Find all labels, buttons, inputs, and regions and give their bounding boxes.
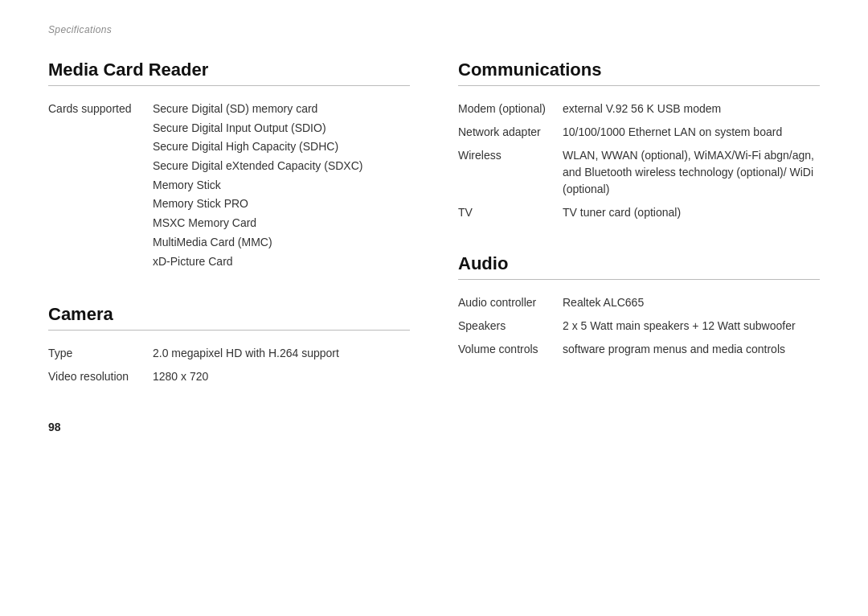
list-item: Secure Digital (SD) memory card [153, 101, 410, 118]
table-row: Network adapter 10/100/1000 Ethernet LAN… [458, 121, 820, 144]
table-row: Cards supported Secure Digital (SD) memo… [48, 97, 410, 275]
page-number: 98 [48, 421, 410, 433]
list-item: xD-Picture Card [153, 253, 410, 271]
table-row: Wireless WLAN, WWAN (optional), WiMAX/Wi… [458, 144, 820, 201]
volume-controls-value: software program menus and media control… [563, 338, 820, 361]
list-item: MultiMedia Card (MMC) [153, 234, 410, 252]
camera-table: Type 2.0 megapixel HD with H.264 support… [48, 342, 410, 388]
list-item: Secure Digital eXtended Capacity (SDXC) [153, 158, 410, 175]
media-card-reader-section: Media Card Reader Cards supported Secure… [48, 60, 410, 275]
cards-supported-values: Secure Digital (SD) memory card Secure D… [153, 97, 410, 275]
table-row: TV TV tuner card (optional) [458, 201, 820, 224]
list-item: Secure Digital Input Output (SDIO) [153, 120, 410, 138]
video-resolution-value: 1280 x 720 [153, 365, 410, 388]
tv-value: TV tuner card (optional) [563, 201, 820, 224]
wireless-label: Wireless [458, 144, 563, 201]
modem-label: Modem (optional) [458, 97, 563, 121]
list-item: Memory Stick PRO [153, 195, 410, 213]
audio-controller-value: Realtek ALC665 [563, 291, 820, 314]
communications-section: Communications Modem (optional) external… [458, 60, 820, 224]
table-row: Volume controls software program menus a… [458, 338, 820, 361]
cards-supported-label: Cards supported [48, 97, 153, 275]
list-item: MSXC Memory Card [153, 215, 410, 232]
camera-type-label: Type [48, 342, 153, 365]
speakers-value: 2 x 5 Watt main speakers + 12 Watt subwo… [563, 314, 820, 338]
video-resolution-label: Video resolution [48, 365, 153, 388]
table-row: Type 2.0 megapixel HD with H.264 support [48, 342, 410, 365]
communications-title: Communications [458, 60, 820, 80]
speakers-label: Speakers [458, 314, 563, 338]
audio-controller-label: Audio controller [458, 291, 563, 314]
communications-divider [458, 85, 820, 86]
table-row: Modem (optional) external V.92 56 K USB … [458, 97, 820, 121]
list-item: Memory Stick [153, 177, 410, 195]
table-row: Speakers 2 x 5 Watt main speakers + 12 W… [458, 314, 820, 338]
communications-table: Modem (optional) external V.92 56 K USB … [458, 97, 820, 224]
right-column: Communications Modem (optional) external… [458, 60, 820, 433]
volume-controls-label: Volume controls [458, 338, 563, 361]
list-item: Secure Digital High Capacity (SDHC) [153, 138, 410, 156]
tv-label: TV [458, 201, 563, 224]
audio-section: Audio Audio controller Realtek ALC665 Sp… [458, 253, 820, 361]
modem-value: external V.92 56 K USB modem [563, 97, 820, 121]
media-card-reader-divider [48, 85, 410, 86]
network-adapter-value: 10/100/1000 Ethernet LAN on system board [563, 121, 820, 144]
audio-table: Audio controller Realtek ALC665 Speakers… [458, 291, 820, 361]
media-card-reader-title: Media Card Reader [48, 60, 410, 80]
camera-title: Camera [48, 304, 410, 325]
table-row: Audio controller Realtek ALC665 [458, 291, 820, 314]
media-card-reader-table: Cards supported Secure Digital (SD) memo… [48, 97, 410, 275]
page-label: Specifications [48, 24, 820, 35]
audio-title: Audio [458, 253, 820, 274]
audio-divider [458, 279, 820, 280]
camera-divider [48, 330, 410, 331]
left-column: Media Card Reader Cards supported Secure… [48, 60, 410, 433]
network-adapter-label: Network adapter [458, 121, 563, 144]
table-row: Video resolution 1280 x 720 [48, 365, 410, 388]
camera-section: Camera Type 2.0 megapixel HD with H.264 … [48, 304, 410, 388]
camera-type-value: 2.0 megapixel HD with H.264 support [153, 342, 410, 365]
wireless-value: WLAN, WWAN (optional), WiMAX/Wi-Fi abgn/… [563, 144, 820, 201]
